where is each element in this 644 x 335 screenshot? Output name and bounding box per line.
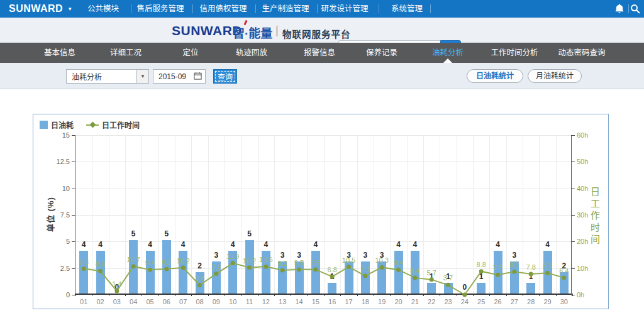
worktime-value: 9.7 [162,258,171,266]
tab-detail-condition[interactable]: 详细工况 [110,43,142,63]
legend-item-daily-worktime[interactable]: 日工作时间 [86,119,140,130]
axis-tick [572,294,573,296]
worktime-point[interactable] [446,283,450,287]
worktime-value: 11.9 [226,253,240,260]
x-axis-tick-label: 30 [560,298,568,305]
tab-location[interactable]: 定位 [182,43,198,63]
legend-item-daily-fuel[interactable]: 日油耗 [40,119,74,130]
worktime-value: 5.7 [427,269,436,277]
topmenu-item-public[interactable]: 公共模块 [87,0,119,18]
bell-icon[interactable] [614,3,625,14]
worktime-point[interactable] [214,272,218,276]
topmenu-item-rd[interactable]: 研发设计管理 [321,0,368,18]
worktime-value: 9.4 [394,259,403,266]
worktime-point[interactable] [562,275,566,280]
worktime-value: 7.9 [211,263,221,271]
x-axis-tick-label: 01 [80,298,87,305]
search-icon[interactable] [630,3,641,14]
x-axis-tick-label: 14 [295,298,303,305]
x-axis-tick-label: 06 [163,298,170,305]
worktime-point[interactable] [529,272,533,276]
worktime-point[interactable] [396,268,401,272]
right-axis-tick-label: 40h [577,185,588,192]
x-axis-tick-label: 20 [394,298,402,305]
top-bar: SUNWARD ▼ 公共模块 售后服务管理 信用债权管理 生产制造管理 研发设计… [0,0,644,18]
tab-alarm-info[interactable]: 报警信息 [304,43,335,63]
left-axis-tick-label: 5 [66,238,70,245]
tab-basic-info[interactable]: 基本信息 [44,43,75,63]
caret-down-icon: ▼ [67,6,72,12]
worktime-value: 10.3 [375,256,388,264]
worktime-point[interactable] [380,265,384,270]
worktime-point[interactable] [430,277,434,282]
x-axis-tick-label: 08 [196,298,203,305]
analysis-type-select[interactable]: 油耗分析 ▼ [66,69,149,84]
x-axis-tick-label: 04 [130,298,137,305]
plot-area: 单位 (%) 日工作时间 00h2.510h520h7.530h1040h12.… [75,135,572,295]
x-axis-tick-label: 17 [345,298,352,305]
right-axis-tick-label: 10h [577,265,588,272]
legend-label: 日油耗 [51,119,74,130]
worktime-point[interactable] [363,273,367,278]
worktime-point[interactable] [98,269,103,273]
worktime-point[interactable] [313,267,318,272]
worktime-point[interactable] [297,267,301,272]
daily-fuel-stats-button[interactable]: 日油耗统计 [467,69,523,83]
worktime-point[interactable] [181,265,186,270]
worktime-point[interactable] [197,283,202,287]
left-axis-tick-label: 7.5 [60,211,70,219]
topmenu-item-manufacturing[interactable]: 生产制造管理 [262,0,309,18]
device-nav: 基本信息 详细工况 定位 轨迹回放 报警信息 保养记录 油耗分析 工作时间分析 … [0,43,644,63]
worktime-point[interactable] [462,293,467,297]
worktime-point[interactable] [545,271,550,275]
worktime-point[interactable] [347,265,351,269]
caret-down-icon[interactable]: ▼ [136,70,148,83]
analysis-type-value: 油耗分析 [67,71,136,82]
brand-menu[interactable]: SUNWARD ▼ [9,0,73,18]
active-tab-pointer [443,58,452,63]
monthly-fuel-stats-button[interactable]: 月油耗统计 [528,69,582,83]
worktime-point[interactable] [496,273,500,277]
worktime-point[interactable] [280,268,285,273]
x-axis-tick-label: 09 [213,298,220,305]
worktime-point[interactable] [114,289,119,294]
worktime-point[interactable] [231,261,235,265]
platform-name: 物联网服务平台 [282,27,351,40]
worktime-point[interactable] [264,265,268,269]
x-axis-tick-label: 12 [262,298,270,305]
worktime-point[interactable] [164,266,169,271]
worktime-point[interactable] [148,268,152,272]
worktime-point[interactable] [82,266,86,271]
worktime-point[interactable] [330,275,335,279]
divider [192,4,193,13]
right-axis-tick-label: 0h [577,291,584,299]
tab-worktime-analysis[interactable]: 工作时间分析 [491,43,538,63]
topmenu-item-aftersales[interactable]: 售后服务管理 [136,0,184,18]
tab-maintenance[interactable]: 保养记录 [366,43,397,63]
worktime-point[interactable] [247,265,252,270]
topmenu-item-system[interactable]: 系统管理 [391,0,423,18]
page: SUNWARD ▼ 公共模块 售后服务管理 信用债权管理 生产制造管理 研发设计… [0,0,644,335]
worktime-value: 8.9 [96,260,105,268]
topmenu-item-credit[interactable]: 信用债权管理 [199,0,247,18]
worktime-value: 3.7 [443,274,453,282]
x-axis-tick-label: 28 [527,298,535,305]
tab-track-playback[interactable]: 轨迹回放 [236,43,267,63]
worktime-value: 9.5 [294,259,304,266]
worktime-point[interactable] [413,275,417,280]
x-axis-tick-label: 16 [328,298,336,305]
query-button[interactable]: 查询 [213,69,237,84]
tab-dynamic-password[interactable]: 动态密码查询 [558,43,605,63]
worktime-point[interactable] [479,269,484,273]
left-axis-tick-label: 15 [62,131,70,139]
x-axis-tick-label: 25 [477,298,485,305]
worktime-point[interactable] [131,264,136,268]
axis-tick [571,295,575,295]
worktime-point[interactable] [512,270,516,274]
right-axis-tick-label: 30h [577,211,588,219]
sunward-logo: SUNWARD [172,23,242,38]
month-picker[interactable]: 2015-09 [153,69,206,84]
calendar-icon [194,71,202,82]
divider [379,4,379,13]
left-axis-tick-label: 0 [66,291,70,299]
